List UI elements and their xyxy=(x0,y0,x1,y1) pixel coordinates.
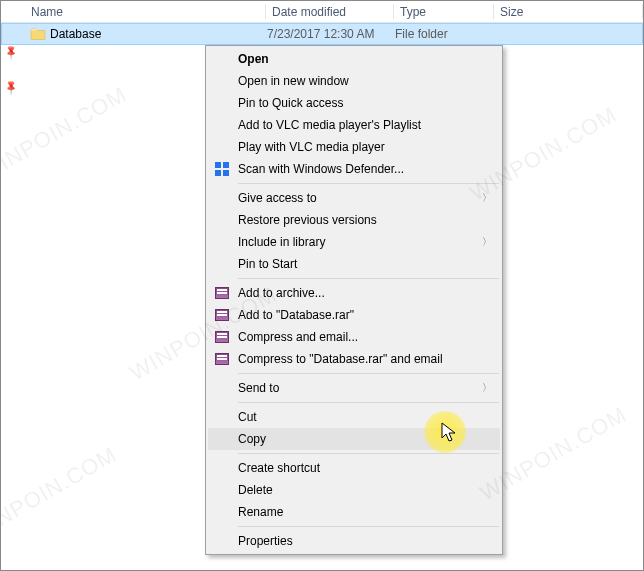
menu-delete[interactable]: Delete xyxy=(208,479,500,501)
menu-send-to[interactable]: Send to 〉 xyxy=(208,377,500,399)
svg-rect-1 xyxy=(223,162,229,168)
menu-pin-start[interactable]: Pin to Start xyxy=(208,253,500,275)
svg-rect-0 xyxy=(215,162,221,168)
menu-compress-email[interactable]: Compress and email... xyxy=(208,326,500,348)
file-date: 7/23/2017 12:30 AM xyxy=(267,27,395,41)
menu-label: Include in library xyxy=(238,235,325,249)
file-name: Database xyxy=(50,27,101,41)
winrar-icon xyxy=(214,307,230,323)
menu-label: Scan with Windows Defender... xyxy=(238,162,404,176)
svg-rect-2 xyxy=(215,170,221,176)
menu-cut[interactable]: Cut xyxy=(208,406,500,428)
menu-separator xyxy=(238,402,499,403)
menu-add-vlc-playlist[interactable]: Add to VLC media player's Playlist xyxy=(208,114,500,136)
menu-rename[interactable]: Rename xyxy=(208,501,500,523)
menu-compress-rar-email[interactable]: Compress to "Database.rar" and email xyxy=(208,348,500,370)
context-menu: Open Open in new window Pin to Quick acc… xyxy=(205,45,503,555)
menu-separator xyxy=(238,183,499,184)
file-row-selected[interactable]: Database 7/23/2017 12:30 AM File folder xyxy=(1,23,643,45)
menu-label: Compress to "Database.rar" and email xyxy=(238,352,443,366)
watermark: WINPOIN.COM xyxy=(0,441,121,546)
quick-pins: 📌 📌 xyxy=(1,23,21,93)
menu-separator xyxy=(238,526,499,527)
file-type: File folder xyxy=(395,27,495,41)
menu-open[interactable]: Open xyxy=(208,48,500,70)
svg-rect-3 xyxy=(223,170,229,176)
menu-separator xyxy=(238,373,499,374)
chevron-right-icon: 〉 xyxy=(482,235,492,249)
chevron-right-icon: 〉 xyxy=(482,191,492,205)
menu-label: Add to "Database.rar" xyxy=(238,308,354,322)
menu-create-shortcut[interactable]: Create shortcut xyxy=(208,457,500,479)
menu-give-access[interactable]: Give access to 〉 xyxy=(208,187,500,209)
menu-scan-defender[interactable]: Scan with Windows Defender... xyxy=(208,158,500,180)
menu-properties[interactable]: Properties xyxy=(208,530,500,552)
menu-include-library[interactable]: Include in library 〉 xyxy=(208,231,500,253)
menu-add-archive[interactable]: Add to archive... xyxy=(208,282,500,304)
winrar-icon xyxy=(214,329,230,345)
menu-label: Add to archive... xyxy=(238,286,325,300)
winrar-icon xyxy=(214,285,230,301)
pin-icon: 📌 xyxy=(3,79,19,95)
column-header-name[interactable]: Name xyxy=(1,1,266,22)
menu-label: Send to xyxy=(238,381,279,395)
menu-separator xyxy=(238,278,499,279)
menu-play-vlc[interactable]: Play with VLC media player xyxy=(208,136,500,158)
folder-icon xyxy=(30,26,46,42)
winrar-icon xyxy=(214,351,230,367)
watermark: WINPOIN.COM xyxy=(0,81,131,186)
defender-icon xyxy=(214,161,230,177)
menu-pin-quick-access[interactable]: Pin to Quick access xyxy=(208,92,500,114)
column-header-size[interactable]: Size xyxy=(494,1,643,22)
file-name-cell: Database xyxy=(2,26,267,42)
menu-label: Give access to xyxy=(238,191,317,205)
column-header-type[interactable]: Type xyxy=(394,1,494,22)
menu-restore-versions[interactable]: Restore previous versions xyxy=(208,209,500,231)
menu-label: Compress and email... xyxy=(238,330,358,344)
chevron-right-icon: 〉 xyxy=(482,381,492,395)
column-header-row: Name Date modified Type Size xyxy=(1,1,643,23)
menu-separator xyxy=(238,453,499,454)
menu-copy[interactable]: Copy xyxy=(208,428,500,450)
menu-add-rar[interactable]: Add to "Database.rar" xyxy=(208,304,500,326)
pin-icon: 📌 xyxy=(3,44,19,60)
column-header-date[interactable]: Date modified xyxy=(266,1,394,22)
menu-open-new-window[interactable]: Open in new window xyxy=(208,70,500,92)
